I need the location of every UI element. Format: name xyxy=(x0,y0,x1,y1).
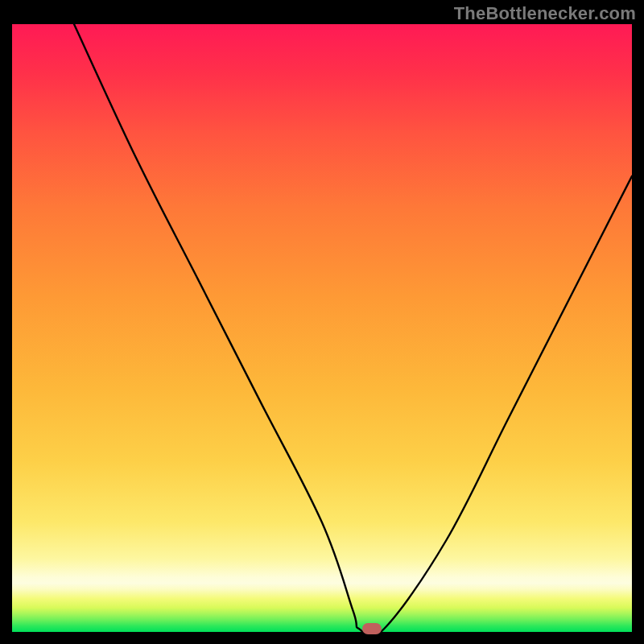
bottleneck-curve xyxy=(74,24,632,632)
curve-svg xyxy=(12,24,632,632)
chart-frame: TheBottlenecker.com xyxy=(0,0,644,644)
watermark-label: TheBottlenecker.com xyxy=(454,3,636,24)
optimum-marker xyxy=(362,623,382,634)
plot-area xyxy=(12,24,632,632)
